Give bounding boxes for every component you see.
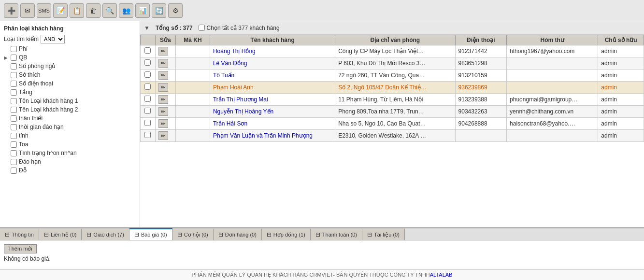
sidebar-checkbox-11[interactable] [11, 141, 17, 148]
sidebar-checkbox-12[interactable] [11, 150, 17, 156]
sidebar-checkbox-9[interactable] [11, 124, 17, 130]
tab-3[interactable]: ⊟Báo giá (0) [129, 228, 172, 240]
makh-cell-3 [175, 82, 210, 94]
owner-cell-4: admin [598, 94, 644, 106]
sidebar-checkbox-4[interactable] [11, 81, 17, 87]
tab-label-1: Liên hệ (0) [51, 232, 76, 238]
add-button[interactable]: ➕ [4, 3, 18, 18]
row-checkbox-1[interactable] [144, 59, 151, 66]
tab-label-0: Thông tin [12, 232, 34, 238]
edit-button-0[interactable]: ✏ [158, 47, 168, 56]
sidebar-item-9[interactable]: thời gian đáo hạn [0, 123, 140, 131]
customer-link-4[interactable]: Trần Thị Phương Mai [213, 96, 268, 103]
row-checkbox-6[interactable] [144, 120, 151, 126]
row-checkbox-cell-4 [141, 94, 156, 106]
tab-label-5: Đơn hàng (0) [225, 232, 257, 238]
tab-0[interactable]: ⊟Thông tin [0, 228, 39, 240]
phone-cell-6: 904268888 [455, 118, 506, 130]
sidebar-checkbox-14[interactable] [11, 168, 17, 174]
sidebar: Phân loại khách hàng Loại tìm kiếm AND O… [0, 21, 140, 227]
customer-link-1[interactable]: Lê Văn Đồng [213, 60, 247, 67]
sidebar-checkbox-2[interactable] [11, 63, 17, 70]
refresh-button[interactable]: 🔄 [152, 3, 166, 18]
sidebar-checkbox-8[interactable] [11, 115, 17, 122]
tab-icon: ⊟ [134, 231, 139, 238]
edit-cell-0: ✏ [155, 45, 175, 57]
tab-5[interactable]: ⊟Đơn hàng (0) [214, 228, 262, 240]
customer-link-2[interactable]: Tô Tuấn [213, 72, 234, 79]
sidebar-label-7: Tên Loại khách hàng 2 [19, 106, 78, 113]
sidebar-checkbox-5[interactable] [11, 89, 17, 96]
table-row: ✏Nguyễn Thị Hoàng YếnPhong 809,Toa nha 1… [141, 106, 644, 118]
settings-button[interactable]: ⚙ [168, 3, 183, 18]
row-checkbox-0[interactable] [144, 47, 151, 54]
sidebar-checkbox-13[interactable] [11, 159, 17, 165]
sidebar-checkbox-10[interactable] [11, 133, 17, 139]
col-header-2: Mã KH [175, 35, 210, 45]
sidebar-item-11[interactable]: Toa [0, 140, 140, 149]
sidebar-item-3[interactable]: Sở thích [0, 70, 140, 79]
sidebar-item-4[interactable]: Số điện thoại [0, 79, 140, 88]
makh-cell-6 [175, 118, 210, 130]
edit-button-6[interactable]: ✏ [158, 119, 168, 128]
sms-button[interactable]: SMS [37, 3, 51, 18]
sidebar-item-8[interactable]: thân thiết [0, 114, 140, 123]
row-checkbox-4[interactable] [144, 96, 151, 102]
edit-cell-1: ✏ [155, 57, 175, 70]
customer-link-7[interactable]: Phạm Văn Luận và Trần Minh Phượng [213, 132, 313, 139]
sidebar-item-13[interactable]: Đáo hạn [0, 157, 140, 166]
add-new-button[interactable]: Thêm mới [4, 244, 37, 253]
edit-button-3[interactable]: ✏ [158, 83, 168, 92]
edit-button-4[interactable]: ✏ [158, 95, 168, 104]
tab-8[interactable]: ⊟Tài liệu (0) [362, 228, 405, 240]
sidebar-checkbox-3[interactable] [11, 72, 17, 78]
export-button[interactable]: 📊 [135, 3, 150, 18]
customer-link-5[interactable]: Nguyễn Thị Hoàng Yến [213, 108, 273, 115]
filter-type-select[interactable]: AND OR [41, 35, 65, 43]
sidebar-item-5[interactable]: Tầng [0, 88, 140, 97]
footer-link[interactable]: ALTALAB [430, 272, 453, 278]
email-button[interactable]: ✉ [20, 3, 35, 18]
row-checkbox-3[interactable] [144, 84, 151, 90]
edit-button-7[interactable]: ✏ [158, 131, 168, 140]
email-cell-5: yennh@chithang.com.vn [507, 106, 598, 118]
sidebar-checkbox-6[interactable] [11, 98, 17, 104]
sidebar-item-12[interactable]: Tình trạng h^on nh^an [0, 149, 140, 157]
sidebar-checkbox-7[interactable] [11, 107, 17, 113]
address-cell-5: Phong 809,Toa nha 17T9, Trun… [335, 106, 455, 118]
tab-2[interactable]: ⊟Giao dịch (7) [82, 228, 129, 240]
group-button[interactable]: 👥 [119, 3, 133, 18]
tab-6[interactable]: ⊟Hợp đồng (1) [262, 228, 311, 240]
row-checkbox-7[interactable] [144, 132, 151, 138]
row-checkbox-2[interactable] [144, 71, 151, 78]
sidebar-item-14[interactable]: Đỗ [0, 166, 140, 175]
sidebar-item-1[interactable]: ▶QB [0, 53, 140, 62]
select-all-checkbox[interactable] [199, 25, 205, 31]
name-cell-4: Trần Thị Phương Mai [210, 94, 335, 106]
toolbar: ➕ ✉ SMS 📝 📋 🗑 🔍 👥 📊 🔄 ⚙ [0, 0, 644, 21]
sidebar-item-6[interactable]: Tên Loại khách hàng 1 [0, 97, 140, 105]
edit-button-2[interactable]: ✏ [158, 71, 168, 80]
tab-7[interactable]: ⊟Thanh toán (0) [311, 228, 362, 240]
customers-table: SửaMã KHTên khách hàngĐịa chỉ văn phòngĐ… [140, 35, 644, 142]
tab-1[interactable]: ⊟Liên hệ (0) [39, 228, 82, 240]
copy-button[interactable]: 📋 [70, 3, 84, 18]
delete-button[interactable]: 🗑 [86, 3, 100, 18]
customer-link-0[interactable]: Hoàng Thị Hồng [213, 48, 256, 55]
edit-button-5[interactable]: ✏ [158, 107, 168, 116]
sidebar-item-2[interactable]: Số phòng ngủ [0, 62, 140, 70]
edit-button-1[interactable]: ✏ [158, 59, 168, 68]
edit-button[interactable]: 📝 [53, 3, 68, 18]
sidebar-checkbox-0[interactable] [11, 46, 17, 52]
sidebar-item-0[interactable]: Phí [0, 44, 140, 53]
sidebar-checkbox-1[interactable] [11, 55, 17, 61]
customer-link-3[interactable]: Phạm Hoài Anh [213, 84, 254, 91]
row-checkbox-5[interactable] [144, 108, 151, 114]
row-checkbox-cell-3 [141, 82, 156, 94]
search-button[interactable]: 🔍 [102, 3, 117, 18]
sidebar-item-10[interactable]: tỉnh [0, 131, 140, 140]
customer-link-6[interactable]: Trần Hải Sơn [213, 120, 247, 127]
tab-4[interactable]: ⊟Cơ hội (0) [172, 228, 214, 240]
footer-text: PHẦN MỀM QUẢN LÝ QUAN HỆ KHÁCH HÀNG CRMV… [192, 272, 430, 278]
sidebar-item-7[interactable]: Tên Loại khách hàng 2 [0, 105, 140, 114]
